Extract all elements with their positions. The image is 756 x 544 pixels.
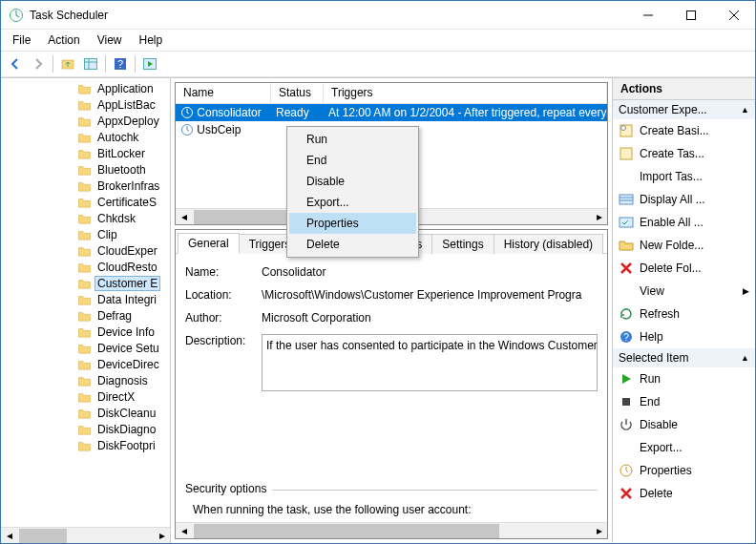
- scroll-left-icon[interactable]: ◂: [176, 209, 192, 225]
- collapse-icon[interactable]: ▲: [741, 353, 749, 363]
- tree-item[interactable]: Autochk: [1, 129, 170, 145]
- menu-action[interactable]: Action: [40, 31, 87, 49]
- forward-button[interactable]: [28, 53, 49, 74]
- action-create-basic-task[interactable]: Create Basi...: [613, 119, 755, 142]
- description-value[interactable]: If the user has consented to participate…: [262, 334, 598, 391]
- action-delete-folder[interactable]: Delete Fol...: [613, 257, 755, 280]
- context-run[interactable]: Run: [289, 129, 416, 150]
- tree-item-label: AppxDeploy: [94, 115, 162, 128]
- action-run[interactable]: Run: [613, 367, 755, 390]
- detail-hscrollbar[interactable]: ◂ ▸: [176, 522, 607, 538]
- context-properties[interactable]: Properties: [289, 213, 416, 234]
- tree-item[interactable]: Device Info: [1, 324, 170, 340]
- tree-item[interactable]: Diagnosis: [1, 372, 170, 388]
- tree-item-label: Autochk: [94, 131, 141, 144]
- action-view[interactable]: View▶: [613, 280, 755, 303]
- tree-item[interactable]: Device Setu: [1, 340, 170, 356]
- scroll-right-icon[interactable]: ▸: [154, 528, 170, 544]
- tab-settings[interactable]: Settings: [431, 234, 494, 254]
- tree-item[interactable]: Chkdsk: [1, 210, 170, 226]
- help-button[interactable]: ?: [110, 53, 131, 74]
- action-disable[interactable]: Disable: [613, 413, 755, 436]
- tree-item[interactable]: DirectX: [1, 388, 170, 405]
- run-icon: [619, 371, 634, 387]
- tab-history-disabled-[interactable]: History (disabled): [494, 234, 603, 254]
- action-properties[interactable]: Properties: [613, 459, 755, 482]
- panes-button[interactable]: [80, 53, 101, 74]
- menu-view[interactable]: View: [90, 31, 130, 49]
- tree-item[interactable]: DiskFootpri: [1, 437, 170, 453]
- task-row[interactable]: ConsolidatorReadyAt 12:00 AM on 1/2/2004…: [176, 104, 607, 121]
- action-label: Properties: [640, 464, 692, 477]
- svg-rect-3: [85, 59, 97, 70]
- col-triggers[interactable]: Triggers: [324, 83, 607, 103]
- scroll-right-icon[interactable]: ▸: [591, 523, 607, 539]
- tree-item[interactable]: DeviceDirec: [1, 356, 170, 372]
- tree-item[interactable]: Clip: [1, 226, 170, 242]
- action-help[interactable]: ?Help: [613, 325, 755, 348]
- location-label: Location:: [185, 288, 262, 302]
- tree-item-label: DirectX: [94, 390, 137, 404]
- tree-item[interactable]: Data Integri: [1, 291, 170, 307]
- col-status[interactable]: Status: [271, 83, 324, 103]
- scroll-right-icon[interactable]: ▸: [591, 209, 607, 225]
- tree-item[interactable]: DiskCleanu: [1, 405, 170, 421]
- tree-item[interactable]: Application: [1, 80, 170, 96]
- tab-general[interactable]: General: [178, 233, 240, 254]
- tree-item-label: DiskFootpri: [94, 439, 158, 452]
- tree-item[interactable]: DiskDiagno: [1, 421, 170, 437]
- action-create-task[interactable]: Create Tas...: [613, 142, 755, 165]
- menu-file[interactable]: File: [5, 31, 38, 49]
- tree-item[interactable]: Bluetooth: [1, 161, 170, 178]
- tree-item[interactable]: BitLocker: [1, 145, 170, 161]
- tree-item[interactable]: CertificateS: [1, 194, 170, 210]
- up-button[interactable]: [57, 53, 78, 74]
- tree-item[interactable]: CloudExper: [1, 242, 170, 259]
- action-export[interactable]: Export...: [613, 436, 755, 459]
- action-label: Help: [640, 330, 663, 344]
- tree-item[interactable]: Customer E: [1, 275, 170, 291]
- actions-group-customer[interactable]: Customer Expe...▲: [613, 100, 755, 119]
- tree-item-label: CertificateS: [94, 196, 159, 209]
- context-end[interactable]: End: [289, 150, 416, 171]
- action-delete[interactable]: Delete: [613, 482, 755, 505]
- tree-item[interactable]: CloudResto: [1, 259, 170, 275]
- action-label: Display All ...: [640, 193, 705, 206]
- maximize-button[interactable]: [669, 1, 712, 29]
- run-selected-button[interactable]: [139, 53, 160, 74]
- scroll-thumb[interactable]: [19, 529, 67, 543]
- action-import[interactable]: Import Tas...: [613, 165, 755, 188]
- tree-item-label: Bluetooth: [94, 163, 149, 177]
- action-label: View: [640, 284, 664, 298]
- action-display-all[interactable]: Display All ...: [613, 188, 755, 211]
- tree-item[interactable]: AppxDeploy: [1, 113, 170, 129]
- tree-item[interactable]: Defrag: [1, 307, 170, 324]
- context-delete[interactable]: Delete: [289, 234, 416, 255]
- back-button[interactable]: [5, 53, 26, 74]
- scroll-left-icon[interactable]: ◂: [1, 528, 17, 544]
- context-disable[interactable]: Disable: [289, 171, 416, 192]
- col-name[interactable]: Name: [176, 83, 271, 103]
- task-name: Consolidator: [197, 106, 261, 119]
- menu-help[interactable]: Help: [132, 31, 171, 49]
- tree-item[interactable]: BrokerInfras: [1, 178, 170, 194]
- tree-item-label: Chkdsk: [94, 212, 138, 225]
- svg-rect-12: [620, 195, 633, 204]
- action-end[interactable]: End: [613, 390, 755, 413]
- disable-icon: [619, 417, 634, 432]
- close-button[interactable]: [712, 1, 755, 29]
- scroll-thumb[interactable]: [194, 524, 499, 538]
- action-label: Disable: [640, 418, 678, 431]
- context-export[interactable]: Export...: [289, 192, 416, 213]
- actions-pane: Actions Customer Expe...▲ Create Basi...…: [612, 78, 755, 543]
- collapse-icon[interactable]: ▲: [741, 105, 749, 115]
- scroll-left-icon[interactable]: ◂: [176, 523, 192, 539]
- actions-group-selected[interactable]: Selected Item▲: [613, 348, 755, 367]
- action-enable-all[interactable]: Enable All ...: [613, 211, 755, 234]
- action-new-folder[interactable]: New Folde...: [613, 234, 755, 257]
- tree-hscrollbar[interactable]: ◂ ▸: [1, 527, 170, 543]
- tree-item[interactable]: AppListBac: [1, 96, 170, 113]
- toolbar: ?: [1, 51, 755, 77]
- action-refresh[interactable]: Refresh: [613, 303, 755, 325]
- minimize-button[interactable]: [626, 1, 669, 29]
